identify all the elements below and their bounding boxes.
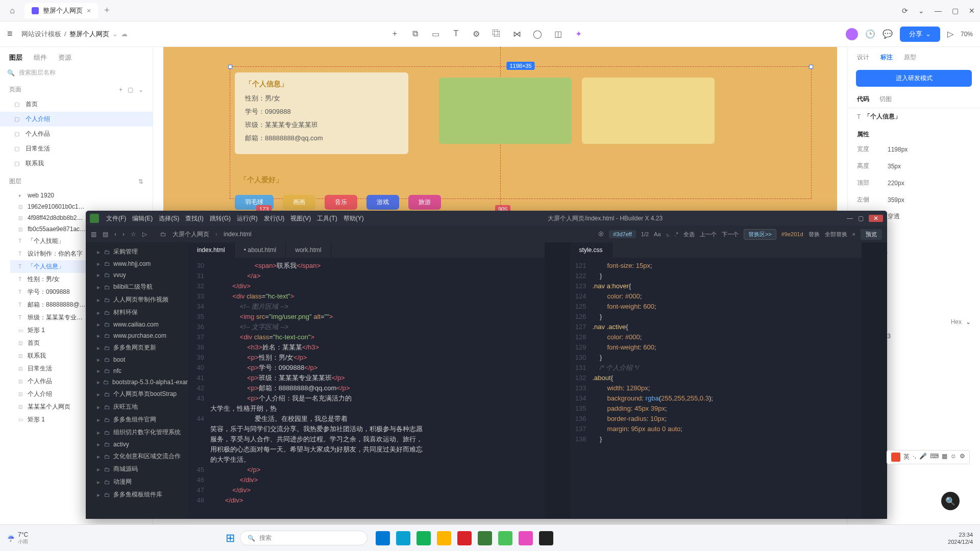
page-item[interactable]: ▢个人介绍 (0, 112, 153, 127)
editor-tab[interactable]: style.css (570, 242, 612, 258)
connect-icon[interactable]: ⋈ (511, 29, 523, 39)
ide-titlebar[interactable]: 文件(F)编辑(E)选择(S)查找(I)跳转(G)运行(R)发行(U)视图(V)… (86, 211, 887, 226)
taskbar-app[interactable] (396, 531, 410, 545)
find-input[interactable]: #3d7eff (609, 230, 636, 238)
code-editor-right[interactable]: 121 font-size: 15px;122 }123.nav a:hover… (570, 258, 862, 519)
comment-icon[interactable]: 💬 (883, 29, 893, 39)
new-tab-button[interactable]: + (104, 5, 110, 16)
ime-keyboard-icon[interactable]: ⌨ (930, 453, 939, 462)
slice-icon[interactable]: ◫ (552, 29, 564, 39)
taskbar-app[interactable] (376, 531, 390, 545)
editor-tab[interactable]: work.html (286, 242, 331, 258)
run-icon[interactable]: ▷ (142, 231, 147, 238)
rp-tab-design[interactable]: 设计 (857, 53, 869, 62)
folder-icon[interactable]: ▢ (128, 86, 133, 93)
play-icon[interactable]: ▷ (947, 29, 953, 39)
code-editor-left[interactable]: 30 <span>联系我</span>31 </a>32 </div>33 <d… (188, 258, 545, 519)
ime-emoji-icon[interactable]: ☺ (950, 453, 957, 462)
folder-node[interactable]: ▸🗀多多鱼模板组件库 (86, 488, 188, 501)
menu-item[interactable]: 帮助(Y) (344, 214, 364, 223)
ime-punct-icon[interactable]: ·, (913, 453, 916, 462)
menu-item[interactable]: 运行(R) (237, 214, 258, 223)
ide-bc-folder[interactable]: 大屏个人网页 (173, 230, 209, 239)
add-icon[interactable]: + (389, 29, 400, 39)
editor-tab[interactable]: index.html (188, 242, 235, 258)
folder-node[interactable]: ▸🗀多多鱼组件官网 (86, 413, 188, 426)
frame-icon[interactable]: ⧉ (409, 29, 421, 39)
replace-button[interactable]: 替换 (808, 231, 820, 238)
cloud-sync-icon[interactable]: ☁ (121, 30, 128, 38)
case-icon[interactable]: Aa (654, 231, 660, 237)
share-button[interactable]: 分享⌄ (900, 27, 940, 42)
taskbar-app[interactable] (498, 531, 512, 545)
terminal-icon[interactable]: ▤ (103, 231, 108, 238)
taskbar-app[interactable] (416, 531, 431, 545)
duplicate-icon[interactable]: ⿻ (491, 29, 502, 39)
find-all[interactable]: 全选 (683, 231, 695, 238)
ide-file-tree[interactable]: ▸🗀采购管理▸🗀www.hhjj.com▸🗀vvuy▸🗀bilibili二级导航… (86, 242, 188, 519)
chevron-down-icon[interactable]: ⌄ (138, 86, 143, 93)
close-icon[interactable]: × (87, 7, 91, 15)
taskbar-app[interactable] (478, 531, 492, 545)
close-icon[interactable]: ✕ (869, 215, 883, 222)
refresh-icon[interactable]: ⟳ (902, 7, 908, 15)
folder-node[interactable]: ▸🗀多多鱼网页更新 (86, 341, 188, 354)
folder-node[interactable]: ▸🗀activy (86, 439, 188, 450)
breadcrumb-root[interactable]: 网站设计模板 (21, 30, 61, 39)
text-icon[interactable]: T (450, 29, 461, 39)
forward-icon[interactable]: › (122, 231, 125, 238)
hamburger-icon[interactable]: ≡ (7, 29, 21, 39)
folder-node[interactable]: ▸🗀www.purchase.com (86, 330, 188, 341)
star-icon[interactable]: ☆ (131, 231, 136, 238)
rp-subtab-slice[interactable]: 切图 (879, 95, 892, 104)
taskbar-app[interactable] (519, 531, 533, 545)
search-fab[interactable]: 🔍 (941, 492, 960, 510)
taskbar-app[interactable] (437, 531, 451, 545)
folder-node[interactable]: ▸🗀组织切片数字化管理系统 (86, 426, 188, 439)
browser-tab[interactable]: 整屏个人网页 × (24, 3, 98, 18)
zoom-level[interactable]: 70% (961, 31, 973, 38)
minimize-icon[interactable]: — (935, 7, 942, 15)
rp-tab-annotate[interactable]: 标注 (880, 53, 893, 62)
minimap[interactable] (545, 242, 570, 519)
ai-icon[interactable]: ✦ (573, 29, 584, 39)
notify-icon[interactable]: 🕒 (865, 29, 875, 39)
minimize-icon[interactable]: — (847, 215, 853, 222)
menu-item[interactable]: 视图(V) (290, 214, 311, 223)
tree-root[interactable]: ▾web 1920 (10, 190, 153, 201)
taskbar-clock[interactable]: 23:34 2024/12/4 (948, 531, 973, 545)
sidebar-toggle-icon[interactable]: ▥ (91, 231, 96, 238)
folder-node[interactable]: ▸🗀庆旺五地 (86, 400, 188, 413)
taskbar-search[interactable]: 🔍 搜索 (240, 531, 368, 545)
close-icon[interactable]: × (852, 231, 855, 237)
replace-input[interactable]: #9e201d (781, 231, 803, 237)
rp-subtab-code[interactable]: 代码 (857, 95, 869, 104)
folder-node[interactable]: ▸🗀boot (86, 354, 188, 365)
ide-bc-file[interactable]: index.html (224, 231, 252, 238)
eyedropper-icon[interactable]: ⦿ (598, 231, 604, 237)
menu-item[interactable]: 选择(S) (159, 214, 179, 223)
close-window-icon[interactable]: ✕ (969, 7, 975, 15)
folder-node[interactable]: ▸🗀个人网页单页bootStrap (86, 388, 188, 400)
rp-tab-proto[interactable]: 原型 (904, 53, 916, 62)
page-item[interactable]: ▢个人作品 (0, 127, 153, 141)
maximize-icon[interactable]: ▢ (952, 7, 959, 15)
folder-node[interactable]: ▸🗀vvuy (86, 269, 188, 281)
find-prev[interactable]: 上一个 (700, 231, 717, 238)
ime-bar[interactable]: 英 ·, 🎤 ⌨ ▦ ☺ ⚙ (887, 450, 970, 464)
preview-button[interactable]: 预览 (861, 229, 882, 240)
editor-tab[interactable]: • about.html (235, 242, 286, 258)
chevron-down-icon[interactable]: ⌄ (918, 7, 924, 15)
enter-dev-button[interactable]: 进入研发模式 (856, 70, 972, 87)
folder-node[interactable]: ▸🗀nfc (86, 365, 188, 377)
page-item[interactable]: ▢首页 (0, 97, 153, 112)
tab-components[interactable]: 组件 (34, 53, 47, 62)
folder-node[interactable]: ▸🗀文化创意和区域交流合作 (86, 450, 188, 463)
gear-icon[interactable]: ⚙ (471, 29, 482, 39)
back-icon[interactable]: ‹ (114, 231, 116, 238)
tab-layers[interactable]: 图层 (9, 53, 22, 62)
regex-icon[interactable]: .* (675, 231, 678, 237)
folder-node[interactable]: ▸🗀采购管理 (86, 245, 188, 258)
page-item[interactable]: ▢联系我 (0, 156, 153, 171)
page-item[interactable]: ▢日常生活 (0, 141, 153, 156)
